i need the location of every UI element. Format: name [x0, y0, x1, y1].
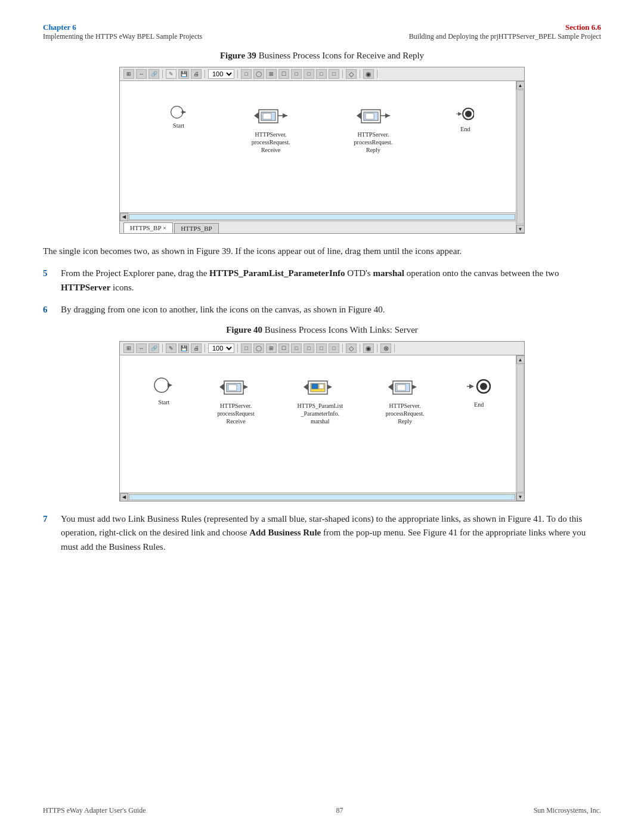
- f40-toolbar-icon-h[interactable]: □: [329, 343, 339, 353]
- f40-toolbar-icon-x[interactable]: ⊗: [380, 343, 391, 353]
- f40-toolbar-icon-b[interactable]: ◯: [253, 343, 264, 353]
- f40-receive-shape: [219, 376, 253, 400]
- bottom-scrollbar[interactable]: ◀ ▶: [120, 212, 524, 221]
- item7-number: 7: [43, 512, 54, 554]
- f40-toolbar-icon-edit[interactable]: ✎: [166, 343, 177, 353]
- f40-toolbar-icon-d[interactable]: ☐: [278, 343, 289, 353]
- page-header: Chapter 6 Implementing the HTTPS eWay BP…: [0, 0, 644, 45]
- reply-shape: [357, 105, 390, 128]
- toolbar-icon-f[interactable]: □: [304, 69, 314, 79]
- svg-marker-36: [412, 385, 417, 389]
- toolbar-icon-h[interactable]: □: [329, 69, 339, 79]
- toolbar-separator-6: [377, 70, 377, 78]
- f40-toolbar-icon-3[interactable]: 🔗: [148, 343, 159, 353]
- toolbar-icon-c[interactable]: ⊞: [266, 69, 277, 79]
- toolbar-icon-print[interactable]: 🖨: [191, 69, 202, 79]
- f40-zoom-select[interactable]: 100% 75% 150%: [208, 343, 234, 353]
- f40-toolbar-icon-2[interactable]: ↔: [136, 343, 147, 353]
- item6: 6 By dragging from one icon to another, …: [43, 303, 601, 317]
- reply-icon-item: HTTPServer. processRequest. Reply: [354, 105, 393, 154]
- f40-right-scrollbar[interactable]: ▲ ▼: [516, 355, 524, 501]
- f40-toolbar-icon-a[interactable]: □: [241, 343, 252, 353]
- f40-toolbar-icon-f[interactable]: □: [304, 343, 314, 353]
- f40-toolbar-icon-print[interactable]: 🖨: [191, 343, 202, 353]
- f40-toolbar-separator-4: [342, 344, 343, 352]
- svg-marker-31: [327, 385, 332, 389]
- start-shape: [170, 105, 188, 119]
- toolbar-icon-a[interactable]: □: [241, 69, 252, 79]
- svg-marker-21: [219, 383, 224, 391]
- f40-start-icon: Start: [153, 376, 175, 406]
- item7: 7 You must add two Link Business Rules (…: [43, 512, 601, 554]
- toolbar-icon-e[interactable]: □: [291, 69, 302, 79]
- toolbar-separator-1: [162, 70, 163, 78]
- start-label: Start: [173, 122, 184, 129]
- svg-point-40: [480, 383, 487, 390]
- tab-https-bp-active[interactable]: HTTPS_BP ×: [123, 222, 173, 233]
- toolbar-icon-b[interactable]: ◯: [253, 69, 264, 79]
- figure40-caption: Figure 40 Business Process Icons With Li…: [43, 325, 601, 335]
- f40-scroll-track: [517, 364, 524, 492]
- f40-end-icon: End: [467, 376, 491, 408]
- item5-number: 5: [43, 267, 54, 295]
- svg-marker-3: [254, 112, 259, 119]
- f40-toolbar-separator-3: [237, 344, 238, 352]
- svg-marker-20: [168, 383, 172, 388]
- f40-toolbar-icon-e[interactable]: □: [291, 343, 302, 353]
- f40-marshal-shape: [304, 376, 337, 400]
- f40-scroll-left-btn[interactable]: ◀: [120, 493, 128, 501]
- f40-scroll-down-btn[interactable]: ▼: [516, 493, 525, 501]
- end-shape: [456, 105, 474, 123]
- chapter-subtitle: Implementing the HTTPS eWay BPEL Sample …: [43, 32, 202, 41]
- scroll-down-btn[interactable]: ▼: [516, 225, 525, 233]
- f40-reply-line3: Reply: [398, 417, 412, 425]
- svg-marker-26: [304, 383, 308, 391]
- svg-point-18: [465, 110, 472, 117]
- f40-toolbar-separator-5: [360, 344, 360, 352]
- toolbar-icon-diamond[interactable]: ◇: [346, 69, 357, 79]
- f40-toolbar-icon-circle[interactable]: ◉: [363, 343, 374, 353]
- scroll-left-btn[interactable]: ◀: [120, 213, 128, 221]
- item7-text: You must add two Link Business Rules (re…: [61, 512, 601, 554]
- item5: 5 From the Project Explorer pane, drag t…: [43, 267, 601, 295]
- toolbar-icon-1[interactable]: ⊞: [123, 69, 134, 79]
- footer-left: HTTPS eWay Adapter User's Guide: [43, 806, 146, 815]
- toolbar-icon-save[interactable]: 💾: [178, 69, 189, 79]
- toolbar-icon-d[interactable]: ☐: [278, 69, 289, 79]
- footer-right: Sun Microsystems, Inc.: [534, 806, 601, 815]
- chapter-label: Chapter 6: [43, 23, 202, 32]
- toolbar-icon-2[interactable]: ↔: [136, 69, 147, 79]
- toolbar-icon-g[interactable]: □: [316, 69, 327, 79]
- svg-marker-25: [243, 385, 248, 389]
- zoom-select[interactable]: 100% 75% 150%: [208, 69, 234, 79]
- f40-toolbar-icon-1[interactable]: ⊞: [123, 343, 134, 353]
- toolbar-icon-circle[interactable]: ◉: [363, 69, 374, 79]
- receive-line2: processRequest.: [252, 138, 290, 146]
- svg-rect-30: [319, 384, 324, 389]
- scroll-up-btn[interactable]: ▲: [516, 81, 525, 89]
- tab-https-bp[interactable]: HTTPS_BP: [174, 223, 219, 233]
- main-content: Figure 39 Business Process Icons for Rec…: [0, 45, 644, 554]
- section-subtitle: Building and Deploying the prjHTTPServer…: [409, 32, 601, 41]
- f40-scroll-up-btn[interactable]: ▲: [516, 355, 525, 364]
- figure40-label: Figure 40: [226, 325, 262, 335]
- figure40-toolbar: ⊞ ↔ 🔗 ✎ 💾 🖨 100% 75% 150% □ ◯ ⊞ ☐ □ □ □ …: [120, 342, 524, 355]
- header-left: Chapter 6 Implementing the HTTPS eWay BP…: [43, 23, 202, 41]
- f40-toolbar-icon-c[interactable]: ⊞: [266, 343, 277, 353]
- start-icon-item: Start: [170, 105, 188, 129]
- figure40-caption-text: Business Process Icons With Links: Serve…: [262, 325, 418, 335]
- f40-toolbar-icon-diamond[interactable]: ◇: [346, 343, 357, 353]
- toolbar-separator-3: [237, 70, 238, 78]
- toolbar-icon-3[interactable]: 🔗: [148, 69, 159, 79]
- f40-toolbar-icon-save[interactable]: 💾: [178, 343, 189, 353]
- f40-toolbar-icon-g[interactable]: □: [316, 343, 327, 353]
- toolbar-icon-edit[interactable]: ✎: [166, 69, 177, 79]
- footer-center: 87: [336, 806, 343, 815]
- item6-text: By dragging from one icon to another, li…: [61, 303, 601, 317]
- right-scrollbar[interactable]: ▲ ▼: [516, 81, 524, 233]
- f40-reply-icon: HTTPServer. processRequest. Reply: [386, 376, 425, 425]
- f40-toolbar-separator-6: [377, 344, 377, 352]
- f40-bottom-scrollbar[interactable]: ◀ ▶: [120, 493, 524, 501]
- svg-marker-14: [385, 113, 390, 118]
- f40-start-shape: [153, 376, 175, 396]
